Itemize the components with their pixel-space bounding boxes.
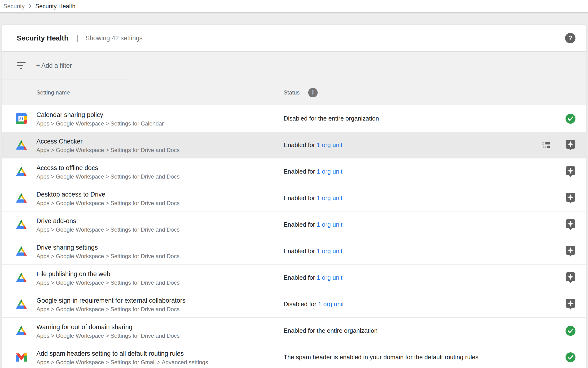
- table-row[interactable]: Access Checker Apps > Google Workspace >…: [2, 132, 586, 158]
- status-ok-icon: [565, 113, 576, 124]
- recommendation-badge-icon[interactable]: [565, 166, 576, 177]
- card-header: Security Health | Showing 42 settings ?: [2, 25, 586, 52]
- setting-name: Warning for out of domain sharing: [36, 322, 180, 331]
- setting-name: Drive sharing settings: [36, 243, 180, 252]
- org-unit-link[interactable]: 1 org unit: [318, 301, 344, 308]
- column-status-label: Status: [284, 89, 300, 96]
- table-row[interactable]: Desktop access to Drive Apps > Google Wo…: [2, 185, 586, 212]
- row-trailing-icons: [565, 219, 576, 230]
- status-text: Enabled for: [284, 221, 317, 228]
- setting-cell: Add spam headers setting to all default …: [16, 348, 284, 366]
- svg-text:31: 31: [19, 117, 24, 121]
- status-text: Enabled for the entire organization: [284, 327, 378, 334]
- drive-icon: [16, 219, 27, 230]
- drive-icon: [16, 272, 27, 283]
- row-trailing-icons: [565, 272, 576, 283]
- setting-path: Apps > Google Workspace > Settings for D…: [36, 199, 180, 207]
- drive-icon: [16, 325, 27, 336]
- filter-icon[interactable]: [17, 62, 26, 70]
- table-row[interactable]: 31 Calendar sharing policy Apps > Google…: [2, 105, 586, 132]
- setting-titles: Add spam headers setting to all default …: [36, 348, 208, 366]
- status-cell: Enabled for 1 org unit: [284, 194, 565, 202]
- setting-cell: Drive sharing settings Apps > Google Wor…: [16, 242, 284, 260]
- calendar-icon: 31: [16, 113, 27, 124]
- page-title: Security Health: [17, 34, 68, 42]
- setting-name: Access Checker: [36, 137, 180, 146]
- setting-cell: Drive add-ons Apps > Google Workspace > …: [16, 215, 284, 234]
- setting-cell: Warning for out of domain sharing Apps >…: [16, 322, 284, 340]
- page-gap: [0, 12, 588, 25]
- setting-path: Apps > Google Workspace > Settings for D…: [36, 305, 185, 313]
- setting-cell: Google sign-in requirement for external …: [16, 295, 284, 313]
- title-separator: |: [76, 34, 78, 42]
- setting-titles: Drive add-ons Apps > Google Workspace > …: [36, 215, 180, 234]
- setting-cell: File publishing on the web Apps > Google…: [16, 268, 284, 287]
- table-row[interactable]: Add spam headers setting to all default …: [2, 344, 586, 368]
- status-cell: Disabled for the entire organization: [284, 115, 565, 122]
- setting-name: Add spam headers setting to all default …: [36, 349, 208, 358]
- status-cell: The spam header is enabled in your domai…: [284, 354, 565, 361]
- setting-titles: Access Checker Apps > Google Workspace >…: [36, 136, 180, 154]
- setting-cell: Access Checker Apps > Google Workspace >…: [16, 136, 284, 154]
- column-setting-name: Setting name: [36, 89, 284, 96]
- recommendation-badge-icon[interactable]: [565, 193, 576, 204]
- table-row[interactable]: Google sign-in requirement for external …: [2, 291, 586, 318]
- setting-cell: 31 Calendar sharing policy Apps > Google…: [16, 110, 284, 128]
- security-health-card: Security Health | Showing 42 settings ? …: [2, 25, 586, 368]
- status-text: Enabled for: [284, 168, 317, 175]
- table-row[interactable]: File publishing on the web Apps > Google…: [2, 265, 586, 291]
- status-cell: Enabled for 1 org unit: [284, 274, 565, 281]
- setting-path: Apps > Google Workspace > Settings for G…: [36, 358, 208, 366]
- setting-name: Google sign-in requirement for external …: [36, 296, 185, 305]
- filter-row: + Add a filter: [2, 52, 586, 80]
- setting-titles: Drive sharing settings Apps > Google Wor…: [36, 242, 180, 260]
- org-unit-link[interactable]: 1 org unit: [317, 194, 342, 202]
- table-row[interactable]: Drive sharing settings Apps > Google Wor…: [2, 238, 586, 265]
- drive-icon: [16, 299, 27, 310]
- breadcrumb-parent[interactable]: Security: [3, 3, 25, 10]
- org-unit-link[interactable]: 1 org unit: [317, 168, 342, 175]
- recommendation-badge-icon[interactable]: [565, 140, 576, 151]
- info-icon[interactable]: i: [308, 88, 318, 97]
- setting-titles: Calendar sharing policy Apps > Google Wo…: [36, 110, 164, 128]
- setting-name: Access to offline docs: [36, 163, 180, 172]
- status-cell: Enabled for 1 org unit: [284, 248, 565, 255]
- setting-cell: Access to offline docs Apps > Google Wor…: [16, 162, 284, 181]
- setting-path: Apps > Google Workspace > Settings for D…: [36, 278, 180, 287]
- settings-table-body: 31 Calendar sharing policy Apps > Google…: [2, 105, 586, 368]
- status-cell: Enabled for 1 org unit: [284, 168, 565, 175]
- status-cell: Disabled for 1 org unit: [284, 301, 565, 308]
- org-units-icon[interactable]: [541, 140, 551, 151]
- breadcrumb-current: Security Health: [35, 3, 75, 10]
- row-trailing-icons: [565, 166, 576, 177]
- recommendation-badge-icon[interactable]: [565, 299, 576, 310]
- org-unit-link[interactable]: 1 org unit: [317, 221, 342, 228]
- help-icon[interactable]: ?: [565, 33, 575, 43]
- setting-path: Apps > Google Workspace > Settings for D…: [36, 172, 180, 181]
- org-unit-link[interactable]: 1 org unit: [317, 274, 342, 281]
- setting-name: Calendar sharing policy: [36, 110, 164, 119]
- status-text: Enabled for: [284, 141, 317, 148]
- row-trailing-icons: [565, 246, 576, 257]
- add-filter-button[interactable]: + Add a filter: [36, 62, 72, 69]
- status-text: Enabled for: [284, 248, 317, 255]
- settings-count: Showing 42 settings: [85, 35, 143, 42]
- table-row[interactable]: Access to offline docs Apps > Google Wor…: [2, 158, 586, 185]
- recommendation-badge-icon[interactable]: [565, 246, 576, 257]
- table-row[interactable]: Drive add-ons Apps > Google Workspace > …: [2, 212, 586, 238]
- org-unit-link[interactable]: 1 org unit: [317, 141, 342, 148]
- setting-path: Apps > Google Workspace > Settings for D…: [36, 146, 180, 154]
- row-trailing-icons: [565, 299, 576, 310]
- status-cell: Enabled for the entire organization: [284, 327, 565, 334]
- setting-titles: Warning for out of domain sharing Apps >…: [36, 322, 180, 340]
- drive-icon: [16, 140, 27, 151]
- status-text: The spam header is enabled in your domai…: [284, 354, 478, 361]
- recommendation-badge-icon[interactable]: [565, 272, 576, 283]
- org-unit-link[interactable]: 1 org unit: [317, 248, 342, 255]
- setting-titles: Desktop access to Drive Apps > Google Wo…: [36, 189, 180, 207]
- row-trailing-icons: [565, 352, 576, 363]
- table-row[interactable]: Warning for out of domain sharing Apps >…: [2, 318, 586, 344]
- setting-name: File publishing on the web: [36, 269, 180, 278]
- setting-titles: Google sign-in requirement for external …: [36, 295, 185, 313]
- recommendation-badge-icon[interactable]: [565, 219, 576, 230]
